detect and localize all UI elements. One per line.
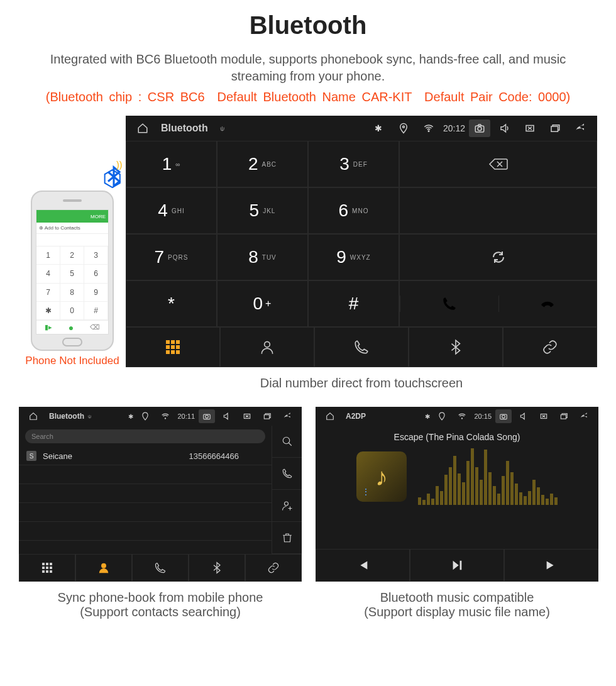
camera-icon[interactable]	[199, 409, 215, 423]
dial-key-1[interactable]: 1∞	[126, 141, 217, 187]
recent-icon[interactable]	[556, 409, 572, 423]
home-icon[interactable]	[322, 409, 338, 423]
home-icon[interactable]	[132, 119, 153, 137]
recent-icon[interactable]	[259, 409, 275, 423]
side-delete-icon[interactable]	[272, 522, 302, 554]
nav-recents[interactable]	[132, 554, 189, 582]
nav-link[interactable]	[245, 554, 302, 582]
call-end-button[interactable]	[498, 296, 597, 312]
back-icon[interactable]	[569, 119, 591, 137]
dialer-bottom-nav	[126, 327, 597, 367]
nav-link[interactable]	[503, 327, 597, 367]
contact-tag: S	[26, 451, 36, 461]
close-icon[interactable]	[536, 409, 552, 423]
svg-point-17	[502, 415, 505, 418]
play-pause-button[interactable]	[410, 549, 504, 582]
dial-key-*[interactable]: *	[126, 280, 217, 327]
empty-slot	[399, 187, 597, 234]
dial-key-2[interactable]: 2ABC	[217, 141, 308, 187]
svg-point-15	[462, 418, 463, 419]
phonebook-statusbar: Bluetooth ⍦ ✱ 20:11	[19, 407, 302, 426]
next-track-button[interactable]	[504, 549, 598, 582]
nav-bluetooth[interactable]	[409, 327, 503, 367]
visualizer	[418, 448, 558, 505]
dial-key-7[interactable]: 7PQRS	[126, 234, 217, 280]
dialer-caption: Dial number direct from touchscreen	[19, 376, 597, 390]
music-note-icon: ♪	[375, 463, 388, 491]
music-screen: A2DP ✱ 20:15 Escape (The Pina Colada Son…	[316, 407, 598, 582]
svg-point-1	[428, 131, 429, 132]
statusbar-title: Bluetooth	[161, 123, 208, 134]
gps-icon	[137, 409, 153, 423]
dial-key-3[interactable]: 3DEF	[308, 141, 399, 187]
svg-rect-11	[264, 415, 269, 419]
dial-key-8[interactable]: 8TUV	[217, 234, 308, 280]
camera-icon[interactable]	[469, 119, 490, 137]
wifi-icon	[157, 409, 173, 423]
svg-point-6	[265, 341, 270, 347]
contact-number: 13566664466	[189, 451, 239, 461]
contact-name: Seicane	[43, 451, 72, 461]
close-icon[interactable]	[239, 409, 255, 423]
volume-icon[interactable]	[494, 119, 515, 137]
back-icon[interactable]	[576, 409, 592, 423]
camera-icon[interactable]	[495, 409, 512, 423]
call-accept-button[interactable]	[400, 296, 498, 312]
svg-point-12	[283, 437, 290, 444]
side-call-icon[interactable]	[272, 458, 302, 490]
wifi-icon	[418, 119, 439, 137]
phonebook-screen: Bluetooth ⍦ ✱ 20:11 Search	[19, 407, 302, 582]
contact-row[interactable]: S Seicane 13566664466	[19, 447, 272, 465]
phone-key: 0	[60, 302, 84, 320]
close-icon[interactable]	[519, 119, 541, 137]
nav-keypad[interactable]	[126, 327, 220, 367]
volume-icon[interactable]	[219, 409, 235, 423]
dial-key-6[interactable]: 6MNO	[308, 187, 399, 234]
phonebook-caption: Sync phone-book from mobile phone (Suppo…	[19, 590, 302, 619]
dial-key-4[interactable]: 4GHI	[126, 187, 217, 234]
phone-key: 4	[36, 265, 60, 283]
refresh-button[interactable]	[399, 234, 597, 280]
phone-key: 8	[60, 284, 84, 302]
statusbar-title: Bluetooth	[49, 412, 84, 421]
side-search-icon[interactable]	[272, 426, 302, 458]
phone-device: MORE ⊕ Add to Contacts 123456789✱0# ▮▸ ●…	[31, 191, 114, 351]
dial-key-#[interactable]: #	[308, 280, 399, 327]
dial-key-0[interactable]: 0+	[217, 280, 308, 327]
svg-point-0	[402, 126, 404, 128]
volume-icon[interactable]	[515, 409, 532, 423]
nav-bluetooth[interactable]	[189, 554, 245, 582]
back-icon[interactable]	[279, 409, 295, 423]
dial-key-5[interactable]: 5JKL	[217, 187, 308, 234]
phone-mockup-column: ⬡ )) MORE ⊕ Add to Contacts 123456789✱0#…	[19, 178, 126, 367]
svg-point-9	[206, 415, 209, 418]
nav-contacts[interactable]	[75, 554, 132, 582]
phone-key: 1	[36, 246, 60, 265]
gps-icon	[393, 119, 414, 137]
prev-track-button[interactable]	[316, 549, 410, 582]
side-add-icon[interactable]	[272, 490, 302, 522]
usb-icon: ⍦	[212, 119, 233, 137]
gps-icon	[434, 409, 450, 423]
nav-keypad[interactable]	[19, 554, 75, 582]
phone-key: 5	[60, 265, 84, 283]
clock: 20:15	[474, 412, 492, 420]
backspace-button[interactable]	[399, 141, 597, 187]
dialer-statusbar: Bluetooth ⍦ ✱ 20:12	[126, 116, 597, 141]
phone-home-button	[62, 338, 82, 346]
search-input[interactable]: Search	[25, 429, 265, 443]
phone-key: 3	[84, 246, 108, 265]
home-icon[interactable]	[25, 409, 41, 423]
bluetooth-badge-icon: ⋮	[361, 487, 370, 497]
phone-key: ✱	[36, 302, 60, 320]
nav-contacts[interactable]	[220, 327, 314, 367]
dial-key-9[interactable]: 9WXYZ	[308, 234, 399, 280]
bluetooth-icon: ⬡ ))	[102, 165, 122, 192]
svg-point-13	[284, 502, 288, 506]
dialer-screen: Bluetooth ⍦ ✱ 20:12 1∞2ABC3DEF4GHI5JKL6M…	[126, 116, 597, 367]
phone-key: 9	[84, 284, 108, 302]
music-statusbar: A2DP ✱ 20:15	[316, 407, 598, 426]
page-description: Integrated with BC6 Bluetooth module, su…	[19, 51, 597, 85]
recent-icon[interactable]	[544, 119, 566, 137]
nav-recents[interactable]	[314, 327, 409, 367]
